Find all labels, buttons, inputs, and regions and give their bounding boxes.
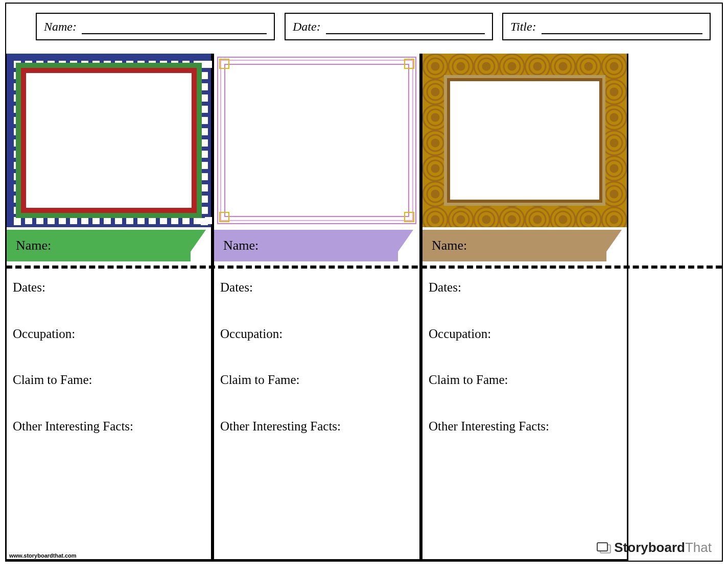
frame-2 xyxy=(214,54,419,227)
footer-brand-light: That xyxy=(685,540,712,555)
header-name-line xyxy=(82,19,267,34)
footer-brand: StoryboardThat xyxy=(614,540,712,556)
name-banner-1-label: Name: xyxy=(16,238,51,253)
header-name-box[interactable]: Name: xyxy=(36,13,275,40)
info-block-1: Dates: Occupation: Claim to Fame: Other … xyxy=(13,279,205,464)
name-banner-3-label: Name: xyxy=(432,238,467,253)
name-banner-2-label: Name: xyxy=(223,238,259,253)
footer-logo: StoryboardThat xyxy=(597,540,712,556)
name-banner-2[interactable]: Name: xyxy=(214,230,398,261)
facts-label-3: Other Interesting Facts: xyxy=(429,418,621,435)
header-date-line xyxy=(326,19,485,34)
claim-label-3: Claim to Fame: xyxy=(429,372,621,389)
speech-bubble-icon xyxy=(597,542,611,553)
column-1: Name: Dates: Occupation: Claim to Fame: … xyxy=(5,54,213,561)
name-banner-1[interactable]: Name: xyxy=(7,230,191,261)
claim-label-1: Claim to Fame: xyxy=(13,372,205,389)
dates-label-1: Dates: xyxy=(13,279,205,296)
info-block-3: Dates: Occupation: Claim to Fame: Other … xyxy=(429,279,621,464)
footer-url: www.storyboardthat.com xyxy=(9,552,77,559)
column-3: Name: Dates: Occupation: Claim to Fame: … xyxy=(421,54,628,561)
footer-brand-bold: Storyboard xyxy=(614,540,685,555)
frame-3 xyxy=(422,54,627,227)
header-date-label: Date: xyxy=(293,20,321,34)
info-block-2: Dates: Occupation: Claim to Fame: Other … xyxy=(220,279,413,464)
name-banner-3[interactable]: Name: xyxy=(422,230,606,261)
occupation-label-1: Occupation: xyxy=(13,326,205,343)
worksheet-page: Name: Date: Title: Name: Dates: Occupati… xyxy=(5,3,723,562)
header-title-box[interactable]: Title: xyxy=(502,13,711,40)
facts-label-1: Other Interesting Facts: xyxy=(13,418,205,435)
header-title-label: Title: xyxy=(510,20,536,34)
occupation-label-3: Occupation: xyxy=(429,326,621,343)
facts-label-2: Other Interesting Facts: xyxy=(220,418,413,435)
claim-label-2: Claim to Fame: xyxy=(220,372,413,389)
dates-label-2: Dates: xyxy=(220,279,413,296)
column-2: Name: Dates: Occupation: Claim to Fame: … xyxy=(213,54,421,561)
frame-1 xyxy=(7,54,211,227)
dashed-divider xyxy=(6,266,722,269)
occupation-label-2: Occupation: xyxy=(220,326,413,343)
header-name-label: Name: xyxy=(44,20,77,34)
header-title-line xyxy=(542,19,702,34)
header-date-box[interactable]: Date: xyxy=(285,13,493,40)
dates-label-3: Dates: xyxy=(429,279,621,296)
